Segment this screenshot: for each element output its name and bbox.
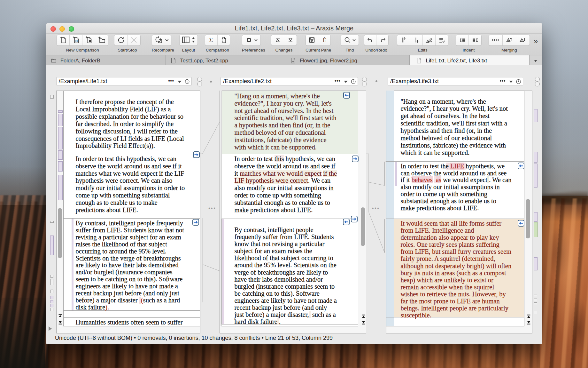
svg-text:01: 01 [75,39,78,43]
svg-text:É: É [323,37,326,44]
svg-text:Σ: Σ [209,36,213,44]
